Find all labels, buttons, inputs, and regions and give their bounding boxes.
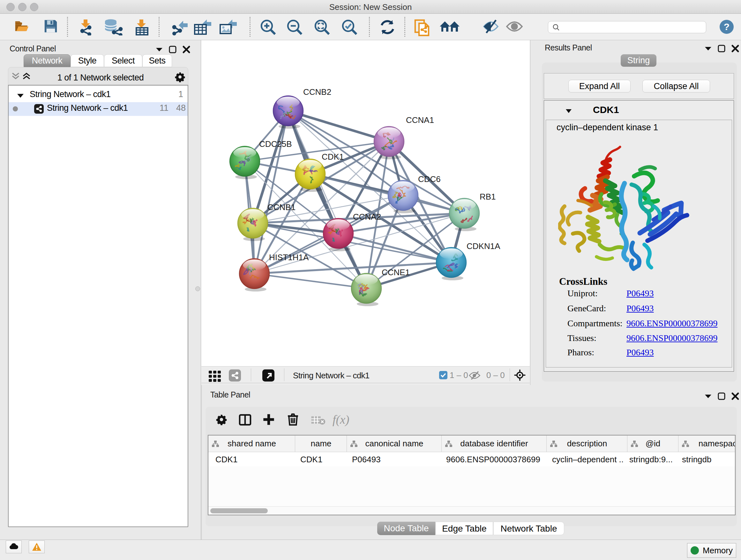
svg-text:CCNA2: CCNA2: [353, 212, 381, 222]
svg-text:CCNB2: CCNB2: [303, 87, 331, 97]
svg-text:CDKN1A: CDKN1A: [467, 241, 500, 251]
svg-text:RB1: RB1: [480, 192, 496, 201]
svg-text:HIST1H1A: HIST1H1A: [269, 253, 309, 262]
svg-text:CDK1: CDK1: [322, 152, 344, 162]
svg-text:CCNA1: CCNA1: [406, 115, 434, 125]
svg-text:CCNE1: CCNE1: [382, 267, 410, 277]
svg-text:CCNB1: CCNB1: [267, 202, 295, 212]
svg-text:CDC6: CDC6: [418, 174, 441, 184]
svg-text:CDC25B: CDC25B: [259, 139, 292, 149]
